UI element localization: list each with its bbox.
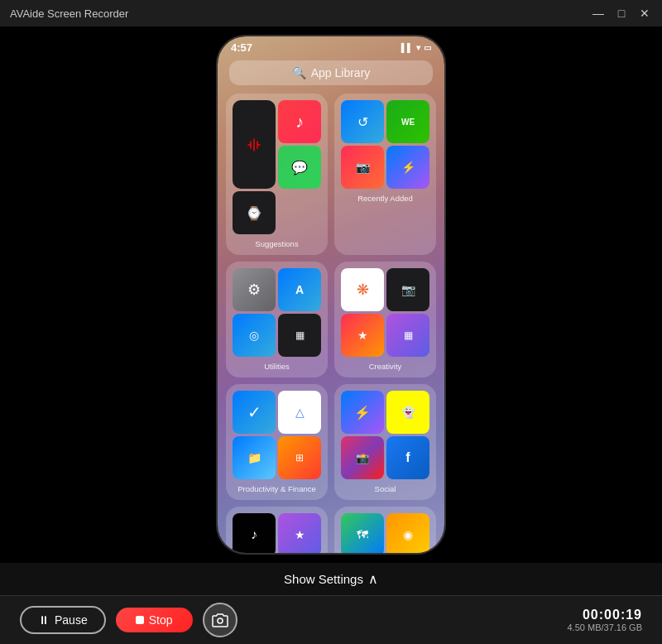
screenshot-button[interactable] [203, 603, 237, 637]
close-button[interactable]: ✕ [637, 6, 652, 21]
app-twitterbird[interactable]: ✓ [233, 391, 276, 434]
app-productivity-extra[interactable]: ⊞ [278, 436, 321, 479]
ctrl-left: ⏸ Pause Stop [20, 603, 237, 637]
folder-row-1: ♪ 💬 ⌚ Suggestions ↺ WE 📷 ⚡ [226, 94, 436, 255]
pause-label: Pause [55, 613, 88, 627]
app-inshot[interactable]: 📷 [341, 146, 384, 189]
pause-icon: ⏸ [38, 613, 50, 627]
social-grid: ⚡ 👻 📸 f [341, 391, 429, 479]
phone-frame: 4:57 ▌▌ ▾ ▭ 🔍 App Library [216, 35, 446, 555]
app-snapchat[interactable]: 👻 [386, 391, 429, 434]
window-controls: — □ ✕ [591, 6, 652, 21]
minimize-button[interactable]: — [591, 6, 606, 21]
show-settings-bar[interactable]: Show Settings ∧ [0, 563, 662, 596]
app-camera[interactable]: 📷 [386, 268, 429, 311]
app-testflight[interactable]: ★ [278, 513, 321, 553]
app-maps[interactable]: 🗺 [341, 513, 384, 553]
entertainment-grid: ♪ ★ [233, 513, 321, 553]
search-bar[interactable]: 🔍 App Library [229, 60, 433, 85]
app-instagram[interactable]: 📸 [341, 436, 384, 479]
folder-creativity[interactable]: ❋ 📷 ★ ▦ Creativity [334, 262, 436, 377]
show-settings-label: Show Settings [284, 572, 363, 586]
folder-row-4: ♪ ★ 🗺 ◉ [226, 507, 436, 553]
app-pinwheel[interactable]: ★ [341, 314, 384, 357]
search-icon: 🔍 [292, 66, 306, 79]
app-appstore[interactable]: A [278, 268, 321, 311]
app-settings[interactable]: ⚙ [233, 268, 276, 311]
navigation-grid: 🗺 ◉ [341, 513, 429, 553]
app-grid: ♪ 💬 ⌚ Suggestions ↺ WE 📷 ⚡ [218, 94, 444, 553]
folder-recently-added[interactable]: ↺ WE 📷 ⚡ Recently Added [334, 94, 436, 255]
battery-icon: ▭ [424, 43, 431, 52]
creativity-label: Creativity [369, 362, 402, 371]
suggestions-grid: ♪ 💬 ⌚ [233, 100, 321, 234]
utilities-label: Utilities [264, 362, 290, 371]
app-title: AVAide Screen Recorder [10, 7, 128, 20]
app-voice-memos[interactable] [233, 100, 276, 189]
app-watch[interactable]: ⌚ [233, 191, 276, 234]
folder-suggestions[interactable]: ♪ 💬 ⌚ Suggestions [226, 94, 328, 255]
folder-entertainment[interactable]: ♪ ★ [226, 507, 328, 553]
app-messenger-recent[interactable]: ⚡ [386, 146, 429, 189]
camera-icon [212, 613, 228, 627]
bottom-controls: Show Settings ∧ ⏸ Pause Stop [0, 563, 662, 644]
utilities-grid: ⚙ A ◎ ▦ [233, 268, 321, 357]
status-time: 4:57 [231, 41, 252, 54]
suggestions-label: Suggestions [255, 239, 298, 248]
app-facebook[interactable]: f [386, 436, 429, 479]
title-bar: AVAide Screen Recorder — □ ✕ [0, 0, 662, 26]
app-google-drive[interactable]: △ [278, 391, 321, 434]
phone-screen: 4:57 ▌▌ ▾ ▭ 🔍 App Library [218, 36, 444, 553]
folder-social[interactable]: ⚡ 👻 📸 f Social [334, 384, 436, 500]
app-photos[interactable]: ❋ [341, 268, 384, 311]
folder-utilities[interactable]: ⚙ A ◎ ▦ Utilities [226, 262, 328, 377]
control-bar: ⏸ Pause Stop 00:00:19 4.50 MB/37.16 GB [0, 596, 662, 644]
status-bar: 4:57 ▌▌ ▾ ▭ [218, 36, 444, 57]
app-files[interactable]: 📁 [233, 436, 276, 479]
wifi-icon: ▾ [416, 43, 420, 52]
app-transfer[interactable]: ↺ [341, 100, 384, 143]
app-messages[interactable]: 💬 [278, 146, 321, 189]
folder-row-2: ⚙ A ◎ ▦ Utilities ❋ 📷 ★ ▦ [226, 262, 436, 377]
folder-navigation[interactable]: 🗺 ◉ [334, 507, 436, 553]
app-grid-extras[interactable]: ▦ [386, 314, 429, 357]
folder-row-3: ✓ △ 📁 ⊞ Productivity & Finance ⚡ 👻 📸 [226, 384, 436, 500]
main-area: 4:57 ▌▌ ▾ ▭ 🔍 App Library [0, 26, 662, 644]
app-tiktok[interactable]: ♪ [233, 513, 276, 553]
timer-display: 00:00:19 [583, 608, 642, 622]
signal-icon: ▌▌ [401, 43, 413, 52]
productivity-grid: ✓ △ 📁 ⊞ [233, 391, 321, 479]
app-find-my[interactable]: ◉ [386, 513, 429, 553]
app-music[interactable]: ♪ [278, 100, 321, 143]
maximize-button[interactable]: □ [614, 6, 629, 21]
storage-display: 4.50 MB/37.16 GB [568, 622, 643, 632]
social-label: Social [375, 484, 396, 493]
chevron-up-icon: ∧ [368, 571, 378, 587]
app-messenger-social[interactable]: ⚡ [341, 391, 384, 434]
status-icons: ▌▌ ▾ ▭ [401, 43, 431, 52]
stop-icon [136, 616, 144, 624]
folder-productivity[interactable]: ✓ △ 📁 ⊞ Productivity & Finance [226, 384, 328, 500]
productivity-label: Productivity & Finance [237, 484, 316, 493]
svg-point-1 [218, 618, 223, 623]
creativity-grid: ❋ 📷 ★ ▦ [341, 268, 429, 357]
stop-button[interactable]: Stop [116, 608, 193, 632]
pause-button[interactable]: ⏸ Pause [20, 606, 106, 634]
recently-added-grid: ↺ WE 📷 ⚡ [341, 100, 429, 189]
app-extra-utilities[interactable]: ▦ [278, 314, 321, 357]
stop-label: Stop [149, 613, 173, 627]
ctrl-right: 00:00:19 4.50 MB/37.16 GB [568, 608, 643, 632]
recently-added-label: Recently Added [357, 194, 413, 203]
app-we[interactable]: WE [386, 100, 429, 143]
app-safari[interactable]: ◎ [233, 314, 276, 357]
search-label: App Library [311, 66, 371, 79]
